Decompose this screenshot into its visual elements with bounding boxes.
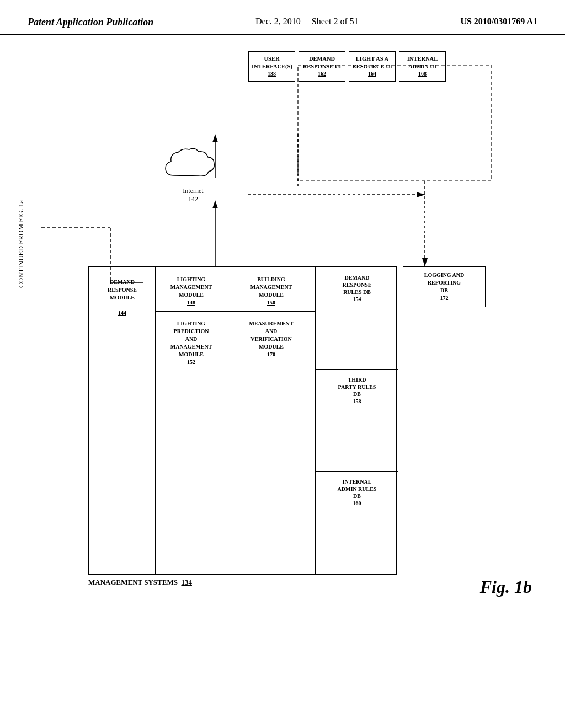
publication-title: Patent Application Publication <box>28 17 153 28</box>
measurement-verification-module: MEASUREMENTANDVERIFICATIONMODULE 170 <box>227 312 315 363</box>
cloud-icon <box>163 145 223 184</box>
demand-response-module: DEMANDRESPONSEMODULE 144 <box>89 267 155 574</box>
demand-response-rules-db: DEMANDRESPONSERULES DB 154 <box>316 267 398 370</box>
lighting-prediction-module: LIGHTINGPREDICTIONANDMANAGEMENTMODULE 15… <box>156 312 227 371</box>
header-center: Dec. 2, 2010 Sheet 2 of 51 <box>255 17 359 26</box>
internal-admin-rules-db: INTERNALADMIN RULESDB 160 <box>316 472 398 576</box>
ui-boxes-group: USERINTERFACE(S) 138 DEMANDRESPONSE UI 1… <box>248 51 446 82</box>
sheet-info: Sheet 2 of 51 <box>312 17 359 26</box>
column-building: BUILDINGMANAGEMENTMODULE 150 MEASUREMENT… <box>227 267 316 574</box>
lighting-management-module: LIGHTINGMANAGEMENTMODULE 148 <box>156 267 227 312</box>
management-systems-label: MANAGEMENT SYSTEMS 134 <box>88 578 192 587</box>
demand-response-ui-box: DEMANDRESPONSE UI 162 <box>299 51 345 82</box>
svg-marker-6 <box>212 134 218 142</box>
svg-rect-10 <box>298 65 491 181</box>
svg-marker-9 <box>417 192 425 197</box>
pub-date: Dec. 2, 2010 <box>255 17 301 26</box>
third-party-rules-db: THIRDPARTY RULESDB 158 <box>316 370 398 472</box>
building-management-module: BUILDINGMANAGEMENTMODULE 150 <box>227 267 315 312</box>
patent-number: US 2010/0301769 A1 <box>460 17 537 26</box>
continued-from-label: CONTINUED FROM FIG. 1a <box>17 200 25 288</box>
management-systems-box: DEMANDRESPONSEMODULE 144 LIGHTINGMANAGEM… <box>88 266 397 575</box>
logging-reporting-db: LOGGING ANDREPORTINGDB 172 <box>403 266 486 307</box>
light-resource-ui-box: LIGHT AS ARESOURCE UI 164 <box>349 51 396 82</box>
page-header: Patent Application Publication Dec. 2, 2… <box>0 0 565 35</box>
main-content: CONTINUED FROM FIG. 1a Internet 142 <box>0 35 565 708</box>
figure-label: Fig. 1b <box>480 577 532 597</box>
column-demand-response: DEMANDRESPONSEMODULE 144 <box>89 267 156 574</box>
user-interface-box: USERINTERFACE(S) 138 <box>248 51 295 82</box>
svg-marker-12 <box>422 258 428 266</box>
column-db: DEMANDRESPONSERULES DB 154 THIRDPARTY RU… <box>316 267 398 574</box>
internet-cloud: Internet 142 <box>160 145 226 204</box>
internal-admin-ui-box: INTERNALADMIN UI 168 <box>399 51 446 82</box>
column-lighting: LIGHTINGMANAGEMENTMODULE 148 LIGHTINGPRE… <box>156 267 227 574</box>
internet-label: Internet 142 <box>160 187 226 204</box>
